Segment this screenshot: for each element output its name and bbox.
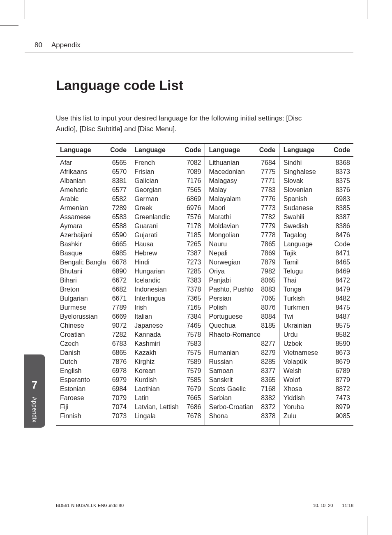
language-code: 8083 bbox=[258, 286, 276, 293]
language-name: Bulgarian bbox=[60, 295, 88, 302]
language-code: 7089 bbox=[184, 168, 201, 176]
table-row: Rumanian8279 bbox=[205, 348, 279, 357]
language-name: Hungarian bbox=[134, 268, 165, 275]
language-code: 7178 bbox=[184, 222, 201, 230]
table-row: Danish6865 bbox=[56, 348, 130, 357]
language-name: Basque bbox=[60, 250, 82, 257]
language-code: 8476 bbox=[333, 232, 350, 239]
language-code: 6984 bbox=[110, 385, 127, 393]
language-name: Chinese bbox=[60, 322, 84, 329]
language-code: 7775 bbox=[258, 168, 276, 176]
language-code: 8377 bbox=[258, 367, 276, 375]
language-name: Dutch bbox=[60, 358, 77, 366]
language-name: Frisian bbox=[134, 168, 154, 176]
language-code: 7684 bbox=[258, 159, 276, 167]
table-row: Nauru7865 bbox=[205, 240, 279, 249]
language-name: Byelorussian bbox=[60, 313, 98, 320]
language-code: 7365 bbox=[184, 295, 201, 302]
column-header: Language Code bbox=[56, 144, 130, 157]
language-name: Nauru bbox=[209, 241, 227, 248]
table-row: Samoan8377 bbox=[205, 366, 279, 375]
language-code: 6682 bbox=[110, 286, 127, 293]
language-name: Vietnamese bbox=[284, 349, 318, 357]
language-name: Estonian bbox=[60, 385, 85, 393]
table-row: 8277 bbox=[205, 339, 279, 348]
language-code: 6869 bbox=[184, 195, 201, 203]
table-row: Lithuanian7684 bbox=[205, 158, 279, 167]
footer: BD561-N-BUSALLK-ENG.indd 80 10. 10. 20 1… bbox=[56, 503, 353, 508]
page-title: Language code List bbox=[56, 78, 353, 93]
language-code: 8372 bbox=[258, 403, 276, 411]
language-name: Arabic bbox=[60, 195, 78, 203]
table-row: Ameharic6577 bbox=[56, 185, 130, 195]
table-row: Italian7384 bbox=[130, 312, 204, 321]
header-language: Language bbox=[134, 146, 166, 154]
table-row: Swahili8387 bbox=[279, 213, 353, 222]
table-column-1: Language Code Afar6565Afrikaans6570Alban… bbox=[56, 144, 130, 425]
table-row: Pashto, Pushto8083 bbox=[205, 285, 279, 294]
language-code: 7285 bbox=[184, 268, 201, 275]
language-code: 9085 bbox=[333, 412, 350, 420]
language-code: 8381 bbox=[110, 177, 127, 185]
language-name: Spanish bbox=[284, 195, 307, 203]
language-code: 8575 bbox=[333, 322, 350, 329]
language-code: 8872 bbox=[333, 385, 350, 393]
table-row: Bihari6672 bbox=[56, 276, 130, 285]
footer-file: BD561-N-BUSALLK-ENG.indd 80 bbox=[56, 503, 124, 508]
language-code: 7565 bbox=[184, 186, 201, 194]
language-code: 7679 bbox=[184, 385, 201, 393]
header-language: Language bbox=[60, 146, 91, 154]
language-code: 6890 bbox=[110, 268, 127, 275]
language-name: Portuguese bbox=[209, 313, 243, 320]
table-row: Maori7773 bbox=[205, 204, 279, 213]
language-name: Ukrainian bbox=[284, 322, 311, 329]
language-name: Kazakh bbox=[134, 349, 156, 357]
language-code: 8472 bbox=[333, 277, 350, 284]
table-row: Yoruba8979 bbox=[279, 403, 353, 412]
language-code: 8471 bbox=[333, 250, 350, 257]
language-name: Slovak bbox=[284, 177, 303, 185]
language-name: Bhutani bbox=[60, 268, 82, 275]
language-name: Lingala bbox=[134, 412, 156, 420]
language-code: 8387 bbox=[333, 213, 350, 221]
table-row: Nepali7869 bbox=[205, 249, 279, 258]
language-code: 7387 bbox=[184, 250, 201, 257]
table-row: Kurdish7585 bbox=[130, 375, 204, 384]
language-code: 7265 bbox=[184, 241, 201, 248]
table-row: Yiddish7473 bbox=[279, 394, 353, 403]
rows-4: Sindhi8368Singhalese8373Slovak8375Sloven… bbox=[279, 157, 353, 425]
language-code: 6583 bbox=[110, 213, 127, 221]
language-code: 6789 bbox=[333, 367, 350, 375]
header-code: Code bbox=[110, 146, 127, 154]
language-code: 6672 bbox=[110, 277, 127, 284]
language-name: Kashmiri bbox=[134, 340, 160, 347]
language-name: Kirghiz bbox=[134, 358, 154, 366]
table-row: LanguageCode bbox=[279, 240, 353, 249]
language-name: Assamese bbox=[60, 213, 91, 221]
table-row: Vietnamese8673 bbox=[279, 348, 353, 357]
language-name: Indonesian bbox=[134, 286, 166, 293]
header-code: Code bbox=[259, 146, 276, 154]
language-code: 7073 bbox=[110, 412, 127, 420]
language-code: 8378 bbox=[258, 412, 276, 420]
table-row: Malayalam7776 bbox=[205, 195, 279, 204]
language-code: 8673 bbox=[333, 349, 350, 357]
language-name: Croatian bbox=[60, 331, 85, 338]
language-name: Tonga bbox=[284, 286, 302, 293]
language-name: Italian bbox=[134, 313, 152, 320]
table-row: Czech6783 bbox=[56, 339, 130, 348]
table-row: Sudanese8385 bbox=[279, 204, 353, 213]
language-code: 6979 bbox=[110, 376, 127, 384]
table-row: French7082 bbox=[130, 158, 204, 167]
language-name: Norwegian bbox=[209, 259, 240, 266]
table-row: Armenian7289 bbox=[56, 204, 130, 213]
language-code: 7165 bbox=[184, 304, 201, 311]
language-name: Quechua bbox=[209, 322, 236, 329]
crop-mark bbox=[367, 516, 367, 535]
language-code: 6678 bbox=[110, 259, 127, 266]
table-row: Xhosa8872 bbox=[279, 384, 353, 394]
table-row: Moldavian7779 bbox=[205, 222, 279, 231]
language-name: Rumanian bbox=[209, 349, 239, 357]
language-code: 8368 bbox=[333, 159, 350, 167]
language-name: Korean bbox=[134, 367, 156, 375]
